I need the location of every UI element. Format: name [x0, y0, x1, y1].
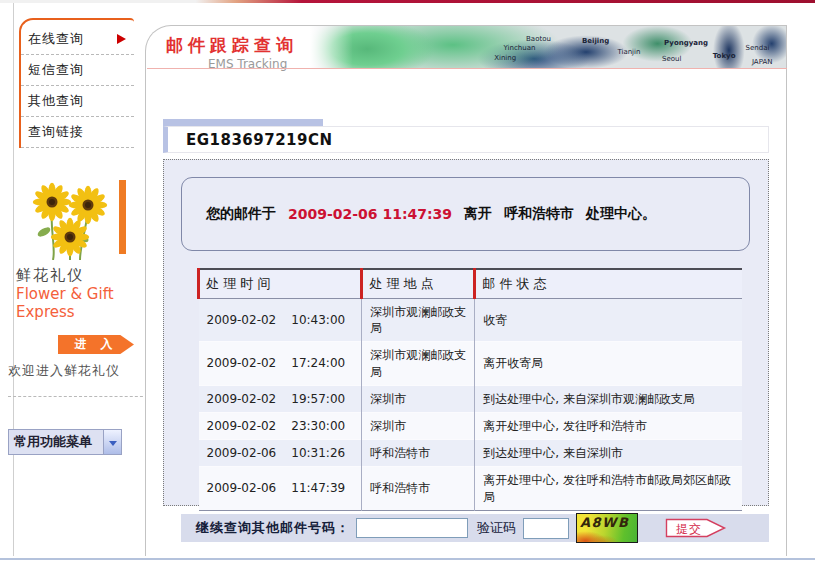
sidebar-menu-item[interactable]: 短信查询: [21, 55, 134, 86]
row-location: 呼和浩特市: [362, 467, 475, 510]
row-date: 2009-02-02: [207, 392, 277, 406]
row-location: 深圳市: [362, 385, 475, 412]
sunflowers-image: [30, 180, 126, 260]
row-time: 10:31:26: [291, 446, 345, 460]
sidebar-divider: [8, 396, 148, 397]
sidebar-menu-item-label: 查询链接: [28, 123, 117, 141]
summary-location: 呼和浩特市: [504, 205, 574, 223]
row-status: 离开处理中心, 发往呼和浩特市邮政局郊区邮政局: [475, 467, 742, 510]
header-process-time: 处 理 时 间: [199, 269, 362, 299]
flower-ad-image[interactable]: [30, 180, 126, 260]
submit-button-label: 提交: [676, 522, 702, 536]
main-content: Baotou Beijing Yinchuan Xining Tianjin P…: [145, 25, 787, 556]
header-mail-status: 邮 件 状 态: [475, 269, 742, 299]
row-location: 深圳市: [362, 412, 475, 439]
map-label: Yinchuan: [504, 44, 536, 52]
summary-time: 2009-02-06 11:47:39: [288, 206, 452, 222]
top-accent-line: [0, 0, 815, 3]
tracking-table-body: 2009-02-0210:43:00 深圳市观澜邮政支局 收寄 2009-02-…: [199, 299, 743, 511]
sidebar: 在线查询 短信查询 其他查询 查询链接: [14, 18, 146, 455]
bottom-accent-line: [0, 558, 815, 560]
flower-welcome-text: 欢迎进入鲜花礼仪: [8, 362, 153, 380]
summary-prefix: 您的邮件于: [206, 205, 276, 223]
tracking-number-strip: EG183697219CN: [163, 126, 769, 153]
map-label: Tianjin: [617, 48, 640, 56]
row-date: 2009-02-06: [207, 446, 277, 460]
sidebar-menu-item[interactable]: 查询链接: [21, 117, 134, 148]
table-header-row: 处 理 时 间 处 理 地 点 邮 件 状 态: [199, 269, 743, 299]
map-label: Beijing: [582, 37, 609, 45]
row-time: 17:24:00: [291, 356, 345, 370]
map-label: JAPAN: [752, 58, 773, 66]
world-map-banner: Baotou Beijing Yinchuan Xining Tianjin P…: [310, 26, 786, 68]
flower-title: 鲜花礼仪: [16, 266, 146, 285]
sidebar-menu-item-label: 在线查询: [28, 30, 117, 48]
arrow-right-icon: [117, 34, 126, 44]
sidebar-menu-item-label: 其他查询: [28, 92, 117, 110]
table-row: 2009-02-0223:30:00 深圳市 离开处理中心, 发往呼和浩特市: [199, 412, 743, 439]
mail-number-input[interactable]: [356, 518, 468, 538]
row-status: 到达处理中心, 来自深圳市: [475, 440, 742, 467]
table-row: 2009-02-0210:43:00 深圳市观澜邮政支局 收寄: [199, 299, 743, 342]
flower-subtitle-line1: Flower & Gift: [16, 285, 146, 303]
row-date: 2009-02-06: [207, 481, 277, 495]
map-label: Sendai: [746, 44, 770, 52]
sidebar-menu-item-label: 短信查询: [28, 61, 117, 79]
page-title: 邮件跟踪查询: [166, 34, 298, 57]
tracking-number-topbar: [163, 119, 323, 126]
continue-query-bar: 继续查询其他邮件号码： 验证码 A8WB 提交: [181, 514, 769, 542]
map-label: Pyongyang: [664, 39, 708, 47]
summary-tail: 处理中心。: [586, 205, 656, 223]
flower-subtitle-line2: Express: [16, 303, 146, 321]
table-row: 2009-02-0217:24:00 深圳市观澜邮政支局 离开收寄局: [199, 342, 743, 385]
sidebar-menu: 在线查询 短信查询 其他查询 查询链接: [19, 18, 134, 148]
tracking-result-panel: 您的邮件于 2009-02-06 11:47:39 离开 呼和浩特市 处理中心。…: [163, 159, 769, 506]
map-label: Seoul: [662, 55, 681, 63]
row-location: 深圳市观澜邮政支局: [362, 342, 475, 385]
row-location: 深圳市观澜邮政支局: [362, 299, 475, 342]
row-time: 23:30:00: [291, 419, 345, 433]
summary-action: 离开: [464, 205, 492, 223]
dropdown-arrow-button[interactable]: [103, 430, 121, 454]
function-menu-label: 常用功能菜单: [9, 433, 103, 451]
continue-query-label: 继续查询其他邮件号码：: [196, 519, 350, 537]
row-location: 呼和浩特市: [362, 440, 475, 467]
row-status: 收寄: [475, 299, 742, 342]
row-status: 离开收寄局: [475, 342, 742, 385]
title-underline: [147, 68, 787, 69]
tracking-table: 处 理 时 间 处 理 地 点 邮 件 状 态 2009-02-0210:43:…: [197, 268, 742, 511]
row-date: 2009-02-02: [207, 356, 277, 370]
captcha-input[interactable]: [523, 518, 569, 539]
row-date: 2009-02-02: [207, 313, 277, 327]
table-row: 2009-02-0219:57:00 深圳市 到达处理中心, 来自深圳市观澜邮政…: [199, 385, 743, 412]
orange-accent-bar: [119, 180, 126, 254]
sidebar-menu-item[interactable]: 其他查询: [21, 86, 134, 117]
submit-button[interactable]: 提交: [665, 517, 727, 539]
map-label: Baotou: [526, 35, 551, 43]
table-row: 2009-02-0611:47:39 呼和浩特市 离开处理中心, 发往呼和浩特市…: [199, 467, 743, 510]
row-date: 2009-02-02: [207, 419, 277, 433]
sidebar-menu-item[interactable]: 在线查询: [21, 24, 134, 55]
captcha-image[interactable]: A8WB: [576, 513, 638, 543]
chevron-down-icon: [109, 441, 117, 446]
tracking-number: EG183697219CN: [168, 131, 333, 149]
row-status: 离开处理中心, 发往呼和浩特市: [475, 412, 742, 439]
function-menu-dropdown[interactable]: 常用功能菜单: [8, 429, 122, 455]
captcha-label: 验证码: [477, 519, 516, 537]
status-summary-box: 您的邮件于 2009-02-06 11:47:39 离开 呼和浩特市 处理中心。: [181, 177, 750, 251]
row-time: 11:47:39: [291, 481, 345, 495]
enter-button[interactable]: 进 入: [58, 335, 134, 354]
row-time: 10:43:00: [291, 313, 345, 327]
row-status: 到达处理中心, 来自深圳市观澜邮政支局: [475, 385, 742, 412]
ems-tracking-page: 在线查询 短信查询 其他查询 查询链接: [0, 0, 815, 564]
map-label: Xining: [494, 54, 516, 62]
row-time: 19:57:00: [291, 392, 345, 406]
map-label: Tokyo: [713, 52, 736, 60]
header-process-location: 处 理 地 点: [362, 269, 475, 299]
table-row: 2009-02-0610:31:26 呼和浩特市 到达处理中心, 来自深圳市: [199, 440, 743, 467]
